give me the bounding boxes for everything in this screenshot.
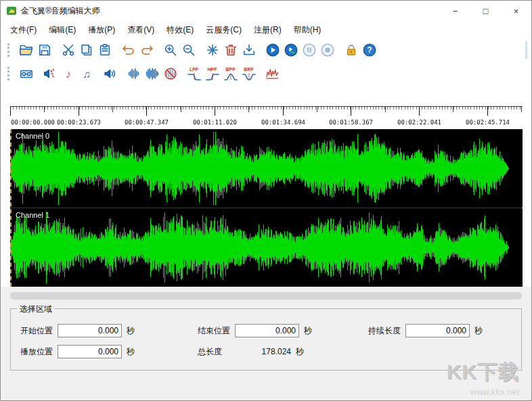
toolbar-overflow-indicator[interactable]: [525, 41, 527, 59]
duration-label: 持续长度: [368, 325, 401, 337]
toolbar-grip[interactable]: [7, 67, 11, 80]
paste-button[interactable]: [95, 41, 114, 60]
total-length-label: 总长度: [198, 346, 222, 358]
end-position-field: 结束位置 秒: [198, 324, 368, 337]
close-button[interactable]: ×: [501, 1, 531, 21]
redo-icon: [139, 43, 154, 57]
save-icon: [37, 43, 52, 57]
duration-unit: 秒: [474, 325, 483, 337]
menu-play[interactable]: 播放(P): [82, 22, 121, 39]
menu-view[interactable]: 查看(V): [121, 22, 160, 39]
open-button[interactable]: [17, 41, 35, 60]
play-button[interactable]: [263, 41, 282, 60]
mute-button[interactable]: [161, 65, 179, 83]
menu-edit[interactable]: 编辑(E): [43, 22, 82, 39]
save-button[interactable]: [35, 41, 53, 60]
brf-button[interactable]: BRF: [240, 65, 258, 83]
volume-button[interactable]: [101, 65, 119, 83]
spectrum-button[interactable]: [263, 65, 282, 83]
menu-file[interactable]: 文件(F): [4, 22, 43, 39]
waveform-mute-icon: [163, 66, 178, 81]
zoom-out-icon: [181, 43, 196, 57]
playhead-cursor[interactable]: [10, 129, 12, 287]
bpf-button[interactable]: BPF: [221, 65, 240, 83]
play-position-field: 播放位置 秒: [20, 345, 198, 358]
toolbar-secondary: ♪ ♫: [1, 62, 531, 86]
toolbar-grip[interactable]: [7, 43, 11, 57]
bpf-label: BPF: [226, 67, 236, 72]
minimize-button[interactable]: −: [440, 1, 470, 21]
watermark-url: www.kkx.net: [447, 387, 519, 397]
waveform-channel-0[interactable]: [10, 129, 523, 208]
toolbars: ?: [1, 39, 531, 86]
undo-button[interactable]: [119, 41, 137, 60]
total-length-unit: 秒: [296, 346, 304, 358]
start-position-input[interactable]: [58, 324, 122, 337]
zoom-in-icon: [163, 43, 178, 57]
paste-icon: [97, 43, 112, 57]
cut-button[interactable]: [59, 41, 77, 60]
play-selection-button[interactable]: [282, 41, 300, 60]
unlock-button[interactable]: [342, 41, 360, 60]
export-button[interactable]: [240, 41, 258, 60]
menu-cloud[interactable]: 云服务(C): [200, 22, 248, 39]
trash-icon: [223, 43, 238, 57]
duration-input[interactable]: [405, 324, 470, 337]
play-position-label: 播放位置: [20, 346, 53, 358]
bottom-panel: 选择区域 开始位置 秒 结束位置 秒 持续长度 秒: [1, 287, 531, 400]
waveform-small-button[interactable]: [125, 65, 143, 83]
selection-groupbox: 选择区域 开始位置 秒 结束位置 秒 持续长度 秒: [10, 308, 522, 371]
total-length-field: 总长度 178.024 秒: [198, 345, 368, 358]
start-position-unit: 秒: [127, 325, 135, 337]
waveform-area: Channel 0 Channel 1: [10, 129, 522, 287]
stop-button[interactable]: [318, 41, 336, 60]
duration-field: 持续长度 秒: [368, 324, 521, 337]
lpf-curve-icon: [187, 72, 201, 81]
waveform-wide-icon: [145, 66, 160, 81]
selection-group-title: 选择区域: [17, 304, 55, 315]
horizontal-scrollbar[interactable]: [10, 292, 522, 300]
waveform-channel-1[interactable]: [10, 208, 523, 287]
channel-1: Channel 1: [10, 208, 522, 287]
help-button[interactable]: ?: [360, 41, 378, 60]
music-note-icon: ♪: [61, 66, 76, 81]
play-icon: [265, 43, 280, 57]
end-position-input[interactable]: [235, 324, 299, 337]
menu-effects[interactable]: 特效(E): [160, 22, 200, 39]
music-notes-button[interactable]: ♫: [77, 65, 95, 83]
delete-button[interactable]: [221, 41, 240, 60]
play-position-input[interactable]: [58, 345, 122, 358]
record-device-button[interactable]: [17, 65, 35, 83]
window-controls: − □ ×: [440, 1, 531, 21]
svg-text:♫: ♫: [83, 68, 91, 80]
pause-button[interactable]: [300, 41, 318, 60]
menu-help[interactable]: 帮助(H): [288, 22, 328, 39]
timeline-ruler[interactable]: [10, 106, 523, 128]
channel-1-label: Channel 1: [16, 211, 49, 219]
window-title: 金飞翼®音频编辑大师: [21, 5, 100, 17]
zoom-out-button[interactable]: [179, 41, 198, 60]
copy-button[interactable]: [77, 41, 95, 60]
lpf-button[interactable]: LPF: [185, 65, 203, 83]
music-note-button[interactable]: ♪: [59, 65, 77, 83]
mixer-button[interactable]: [41, 65, 59, 83]
download-icon: [242, 43, 257, 57]
noise-reduction-button[interactable]: [203, 41, 221, 60]
lock-icon: [344, 43, 359, 57]
menu-register[interactable]: 注册(R): [248, 22, 288, 39]
redo-button[interactable]: [137, 41, 156, 60]
channel-0-label: Channel 0: [16, 132, 49, 140]
toolbar-primary: ?: [1, 39, 531, 62]
bpf-curve-icon: [224, 72, 238, 81]
maximize-button[interactable]: □: [470, 1, 501, 21]
total-length-value: 178.024: [227, 347, 291, 356]
hpf-button[interactable]: HPF: [203, 65, 221, 83]
zoom-in-button[interactable]: [161, 41, 179, 60]
pause-icon: [302, 43, 317, 57]
play-position-unit: 秒: [127, 346, 135, 358]
brf-curve-icon: [242, 72, 256, 81]
stop-icon: [320, 43, 335, 57]
help-icon: ?: [362, 43, 377, 57]
waveform-wide-button[interactable]: [143, 65, 161, 83]
svg-text:?: ?: [367, 45, 372, 55]
